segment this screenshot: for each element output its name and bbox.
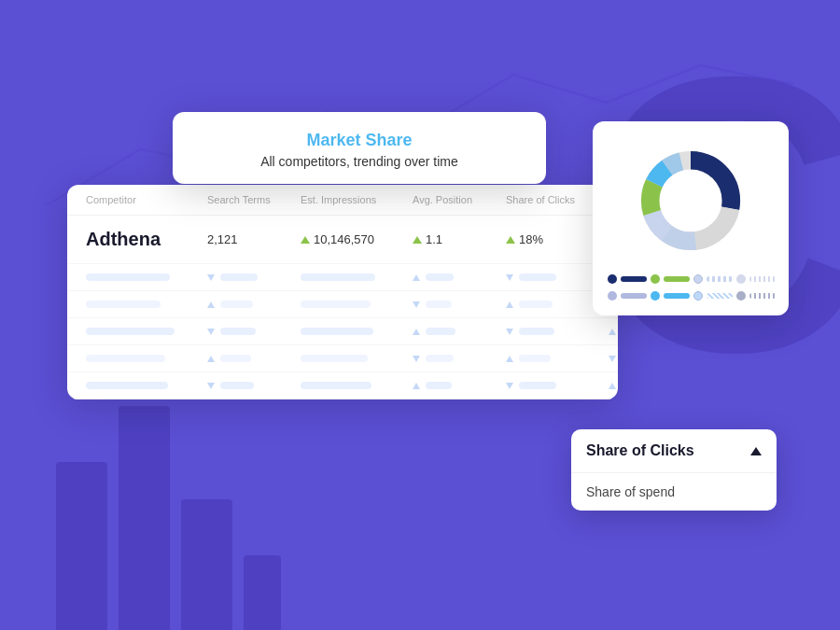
cell-search-terms: 2,121 xyxy=(207,232,301,246)
table-row xyxy=(67,291,618,318)
table-row xyxy=(67,318,618,345)
legend-line xyxy=(749,276,776,282)
dropdown-option-share-of-spend[interactable]: Share of spend xyxy=(571,473,777,511)
legend-item xyxy=(736,274,776,284)
legend-dot xyxy=(651,274,660,284)
svg-point-8 xyxy=(663,173,720,230)
legend-dot xyxy=(693,274,703,284)
skeleton-arrow xyxy=(506,383,513,389)
skeleton-arrow xyxy=(413,274,420,281)
market-share-title: Market Share xyxy=(195,131,524,150)
skeleton-bar xyxy=(519,301,553,308)
skeleton-arrow xyxy=(413,329,420,335)
skeleton-bar xyxy=(426,355,454,362)
dropdown-card[interactable]: Share of Clicks Share of spend xyxy=(571,429,777,511)
cell-position: 1.1 xyxy=(413,232,506,246)
scene: Market Share All competitors, trending o… xyxy=(0,0,840,630)
legend-item xyxy=(608,274,647,284)
skeleton-bar xyxy=(301,355,368,362)
donut-chart xyxy=(630,140,751,261)
skeleton-bar xyxy=(426,382,452,389)
th-search-terms: Search Terms xyxy=(207,194,301,205)
th-impressions: Est. Impressions xyxy=(301,194,413,205)
arrow-up-impressions xyxy=(301,236,310,244)
donut-wrapper xyxy=(608,140,774,261)
skeleton-arrow xyxy=(506,329,513,335)
table-header: Competitor Search Terms Est. Impressions… xyxy=(67,185,618,216)
legend-item xyxy=(693,291,733,301)
skeleton-bar xyxy=(519,355,551,362)
skeleton-arrow xyxy=(609,383,616,389)
skeleton-arrow xyxy=(609,356,616,362)
skeleton-bar xyxy=(519,328,554,335)
skeleton-bar xyxy=(301,382,371,389)
skeleton-arrow xyxy=(207,301,215,308)
legend-line xyxy=(664,293,690,299)
legend-item xyxy=(651,274,690,284)
table-row xyxy=(67,264,618,291)
legend-line xyxy=(707,276,733,282)
legend-line xyxy=(664,276,690,282)
legend-dot xyxy=(736,291,746,301)
market-share-card: Market Share All competitors, trending o… xyxy=(173,112,546,184)
skeleton-bar xyxy=(86,355,165,362)
legend-line xyxy=(621,276,647,282)
competitor-name: Adthena xyxy=(86,229,207,250)
arrow-up-position xyxy=(413,236,422,244)
skeleton-arrow xyxy=(609,329,616,335)
skeleton-bar xyxy=(519,273,556,281)
skeleton-bar xyxy=(220,301,253,308)
skeleton-arrow xyxy=(506,301,513,308)
skeleton-arrow xyxy=(413,356,420,362)
legend-line xyxy=(707,293,733,299)
legend-dot xyxy=(608,291,617,301)
legend-grid xyxy=(608,274,774,301)
skeleton-arrow xyxy=(506,356,513,362)
legend-dot xyxy=(651,291,660,301)
skeleton-bar xyxy=(426,273,454,281)
skeleton-bar xyxy=(301,301,371,308)
skeleton-arrow xyxy=(413,301,420,308)
skeleton-arrow xyxy=(413,383,420,389)
skeleton-arrow xyxy=(207,356,215,362)
skeleton-arrow xyxy=(506,274,513,281)
skeleton-bar xyxy=(301,328,373,335)
market-share-subtitle: All competitors, trending over time xyxy=(195,154,524,169)
skeleton-bar xyxy=(426,301,452,308)
skeleton-arrow xyxy=(207,383,215,389)
legend-dot xyxy=(608,274,617,284)
skeleton-bar xyxy=(220,382,254,389)
dropdown-selected-row[interactable]: Share of Clicks xyxy=(571,429,777,473)
dropdown-chevron-up-icon xyxy=(750,447,762,455)
skeleton-bar xyxy=(220,328,256,335)
skeleton-bar xyxy=(220,355,251,362)
skeleton-bar xyxy=(86,328,175,335)
th-avg-position: Avg. Position xyxy=(413,194,506,205)
donut-chart-card xyxy=(593,121,789,315)
legend-item xyxy=(651,291,690,301)
skeleton-bar xyxy=(426,328,455,335)
dropdown-selected-text: Share of Clicks xyxy=(586,442,694,459)
cell-impressions: 10,146,570 xyxy=(301,232,413,246)
table-card: Competitor Search Terms Est. Impressions… xyxy=(67,185,618,399)
table-row xyxy=(67,345,618,372)
skeleton-bar xyxy=(220,273,258,281)
table-row xyxy=(67,372,618,399)
skeleton-arrow xyxy=(207,329,215,335)
skeleton-bar xyxy=(86,301,161,308)
skeleton-bar xyxy=(519,382,556,389)
table-row-highlight: Adthena 2,121 10,146,570 1.1 18% 3.7% xyxy=(67,216,618,264)
legend-line xyxy=(749,293,776,299)
legend-line xyxy=(621,293,647,299)
skeleton-bar xyxy=(301,273,375,281)
legend-dot xyxy=(693,291,703,301)
legend-item xyxy=(608,291,647,301)
skeleton-bar xyxy=(86,273,170,281)
skeleton-arrow xyxy=(207,274,215,281)
skeleton-bar xyxy=(86,382,168,389)
legend-item xyxy=(736,291,776,301)
legend-dot xyxy=(736,274,746,284)
arrow-up-clicks xyxy=(506,236,515,244)
legend-item xyxy=(693,274,733,284)
th-competitor: Competitor xyxy=(86,194,207,205)
